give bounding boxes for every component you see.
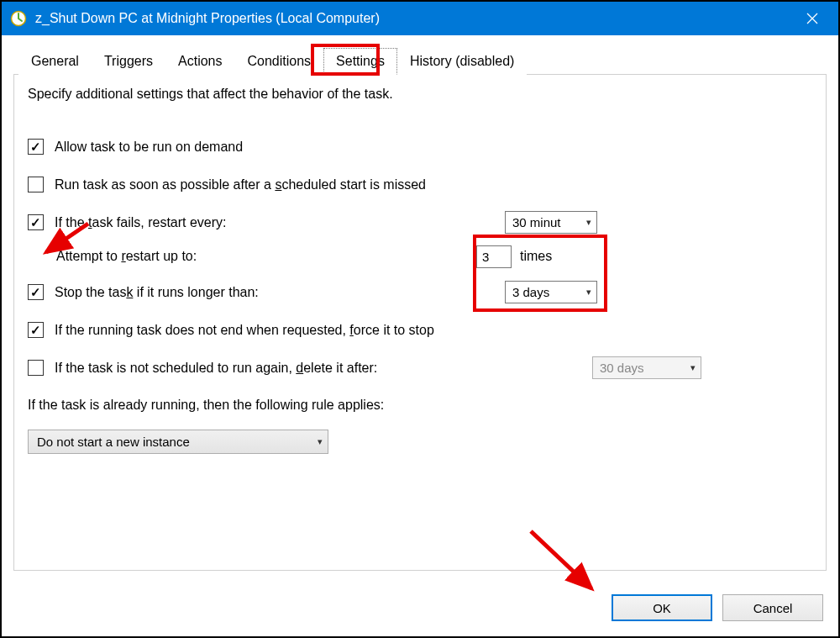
label-stop-long: Stop the task if it runs longer than: (55, 285, 812, 300)
checkbox-force-stop[interactable] (28, 322, 44, 338)
stop-duration-wrap: 3 days ▾ (505, 281, 597, 303)
rule-label: If the task is already running, then the… (28, 398, 812, 413)
row-stop-long: Stop the task if it runs longer than: 3 … (28, 284, 812, 300)
tab-history[interactable]: History (disabled) (397, 48, 527, 75)
tab-bar: General Triggers Actions Conditions Sett… (13, 47, 827, 75)
row-allow-demand: Allow task to be run on demand (28, 139, 812, 155)
dropdown-concurrency-rule[interactable]: Do not start a new instance ▾ (28, 430, 328, 454)
chevron-down-icon: ▾ (586, 217, 591, 228)
tab-triggers[interactable]: Triggers (92, 48, 165, 75)
window-body: General Triggers Actions Conditions Sett… (2, 35, 838, 636)
row-delete-after: If the task is not scheduled to run agai… (28, 360, 812, 376)
cancel-button[interactable]: Cancel (722, 594, 823, 621)
chevron-down-icon: ▾ (318, 436, 323, 447)
scheduler-icon (10, 10, 27, 27)
chevron-down-icon: ▾ (690, 362, 696, 373)
row-attempt: Attempt to restart up to: 3 times (28, 249, 812, 264)
checkbox-stop-long[interactable] (28, 284, 44, 300)
chevron-down-icon: ▾ (586, 287, 591, 298)
label-allow-demand: Allow task to be run on demand (55, 140, 812, 155)
dropdown-restart-interval[interactable]: 30 minut ▾ (505, 211, 597, 234)
titlebar: z_Shut Down PC at Midnight Properties (L… (2, 2, 838, 35)
window-frame: z_Shut Down PC at Midnight Properties (L… (0, 0, 840, 638)
settings-intro: Specify additional settings that affect … (28, 87, 812, 102)
attempt-count-wrap: 3 times (476, 245, 552, 268)
label-run-missed: Run task as soon as possible after a sch… (55, 177, 812, 192)
checkbox-allow-demand[interactable] (28, 139, 44, 155)
row-force-stop: If the running task does not end when re… (28, 322, 812, 338)
close-button[interactable] (793, 2, 832, 35)
label-attempt: Attempt to restart up to: (56, 249, 812, 264)
tab-settings[interactable]: Settings (323, 48, 397, 75)
row-restart: If the task fails, restart every: 30 min… (28, 214, 812, 230)
checkbox-delete-after[interactable] (28, 360, 44, 376)
dropdown-stop-duration[interactable]: 3 days ▾ (505, 281, 597, 303)
tab-general[interactable]: General (18, 48, 92, 75)
delete-duration-wrap: 30 days ▾ (592, 356, 701, 379)
tab-actions[interactable]: Actions (165, 48, 234, 75)
label-times: times (520, 249, 552, 264)
input-attempt-count[interactable]: 3 (476, 245, 512, 268)
tab-conditions[interactable]: Conditions (234, 48, 323, 75)
window-title: z_Shut Down PC at Midnight Properties (L… (35, 11, 793, 26)
dropdown-delete-duration: 30 days ▾ (592, 356, 701, 379)
label-force-stop: If the running task does not end when re… (55, 323, 812, 338)
checkbox-run-missed[interactable] (28, 177, 44, 192)
settings-panel: Specify additional settings that affect … (13, 75, 827, 571)
label-restart: If the task fails, restart every: (55, 215, 812, 230)
ok-button[interactable]: OK (612, 594, 712, 621)
dialog-buttons: OK Cancel (612, 594, 823, 621)
row-run-missed: Run task as soon as possible after a sch… (28, 177, 812, 192)
restart-interval-wrap: 30 minut ▾ (505, 211, 597, 234)
checkbox-restart[interactable] (28, 214, 44, 230)
